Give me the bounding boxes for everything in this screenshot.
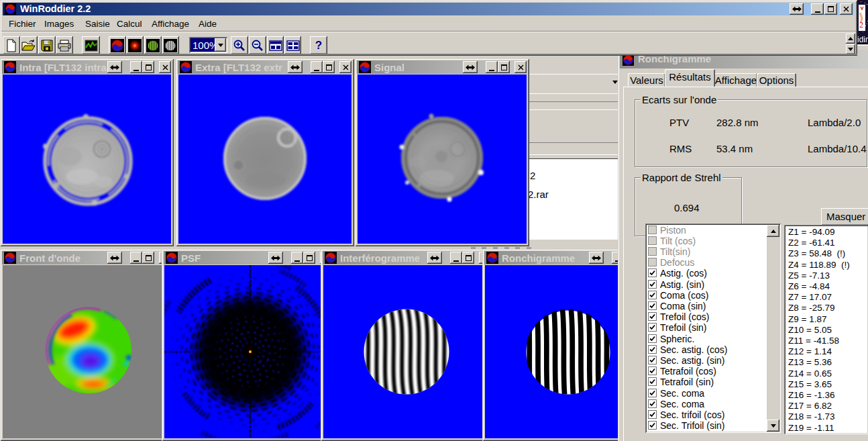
svg-text:2: 2 xyxy=(859,20,863,30)
